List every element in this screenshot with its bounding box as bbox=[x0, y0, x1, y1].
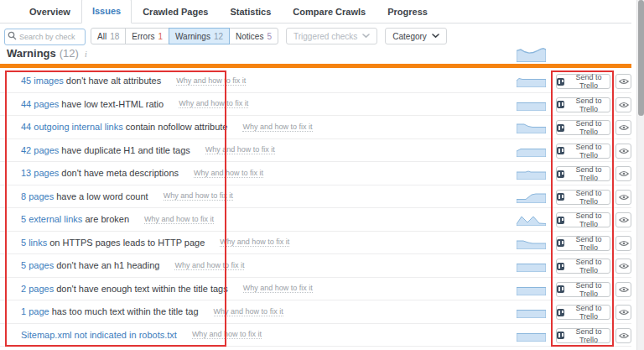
why-how-fix-link[interactable]: Why and how to fix it bbox=[144, 215, 214, 224]
issue-text: 44 pages have low text-HTML ratio Why an… bbox=[21, 93, 248, 116]
hide-issue-button[interactable] bbox=[615, 144, 631, 159]
eye-icon bbox=[619, 170, 629, 177]
tab-progress[interactable]: Progress bbox=[377, 0, 439, 24]
issue-row: 1 page has too much text within the titl… bbox=[0, 300, 631, 324]
hide-issue-button[interactable] bbox=[615, 212, 631, 227]
hide-issue-button[interactable] bbox=[615, 328, 631, 343]
eye-icon bbox=[619, 240, 629, 247]
filter-count: 18 bbox=[110, 32, 119, 41]
issue-row: 8 pages have a low word count Why and ho… bbox=[0, 185, 631, 209]
send-to-trello-button[interactable]: Send to Trello bbox=[556, 212, 610, 227]
issue-row: 44 outgoing internal links contain nofol… bbox=[0, 116, 631, 139]
hide-issue-button[interactable] bbox=[615, 305, 631, 320]
trello-icon bbox=[557, 124, 564, 132]
issue-row: Sitemap.xml not indicated in robots.txt … bbox=[0, 324, 631, 347]
issue-link[interactable]: 13 pages bbox=[21, 168, 59, 178]
issue-link[interactable]: 5 links bbox=[21, 238, 47, 248]
hide-issue-button[interactable] bbox=[615, 236, 631, 251]
why-how-fix-link[interactable]: Why and how to fix it bbox=[205, 145, 275, 154]
dropdown-triggered-checks[interactable]: Triggered checks bbox=[286, 28, 377, 44]
why-how-fix-link[interactable]: Why and how to fix it bbox=[220, 238, 289, 247]
why-how-fix-link[interactable]: Why and how to fix it bbox=[176, 76, 246, 86]
trend-sparkline bbox=[517, 214, 546, 226]
issue-link[interactable]: 42 pages bbox=[21, 145, 59, 155]
scrollbar-track[interactable] bbox=[636, 0, 644, 350]
send-to-trello-button[interactable]: Send to Trello bbox=[556, 190, 610, 205]
issue-link[interactable]: 2 pages bbox=[21, 284, 54, 294]
trend-sparkline bbox=[517, 191, 546, 203]
send-to-trello-button[interactable]: Send to Trello bbox=[556, 259, 610, 274]
send-to-trello-label: Send to Trello bbox=[568, 97, 610, 113]
send-to-trello-button[interactable]: Send to Trello bbox=[556, 282, 610, 297]
tab-crawled-pages[interactable]: Crawled Pages bbox=[132, 0, 219, 24]
issue-link[interactable]: 8 pages bbox=[21, 191, 54, 201]
trello-icon bbox=[557, 239, 564, 247]
issue-row: 45 images don't have alt attributes Why … bbox=[0, 70, 631, 93]
hide-issue-button[interactable] bbox=[615, 259, 631, 274]
why-how-fix-link[interactable]: Why and how to fix it bbox=[243, 284, 313, 293]
why-how-fix-link[interactable]: Why and how to fix it bbox=[179, 99, 248, 108]
filter-segments: All 18 Errors 1 Warnings 12 Notices 5 bbox=[91, 28, 278, 44]
send-to-trello-button[interactable]: Send to Trello bbox=[556, 166, 610, 181]
issue-row: 5 links on HTTPS pages leads to HTTP pag… bbox=[0, 232, 631, 255]
issue-text: 1 page has too much text within the titl… bbox=[21, 300, 283, 323]
why-how-fix-link[interactable]: Why and how to fix it bbox=[174, 261, 244, 270]
issue-link[interactable]: 5 external links bbox=[21, 214, 82, 224]
send-to-trello-button[interactable]: Send to Trello bbox=[556, 236, 610, 251]
issue-link[interactable]: 45 images bbox=[21, 76, 64, 86]
send-to-trello-button[interactable]: Send to Trello bbox=[556, 120, 610, 135]
issue-text: 2 pages don't have enough text within th… bbox=[21, 278, 313, 300]
page-title: Warnings bbox=[7, 47, 56, 60]
send-to-trello-label: Send to Trello bbox=[568, 143, 610, 159]
why-how-fix-link[interactable]: Why and how to fix it bbox=[192, 330, 262, 339]
dropdown-category[interactable]: Category bbox=[385, 28, 447, 44]
tab-bar: Overview Issues Crawled Pages Statistics… bbox=[0, 0, 631, 24]
issue-link[interactable]: 44 pages bbox=[21, 99, 59, 109]
trello-icon bbox=[557, 170, 564, 178]
issue-text: 8 pages have a low word count Why and ho… bbox=[21, 185, 233, 208]
warnings-accent-divider bbox=[0, 64, 631, 68]
issue-link[interactable]: 5 pages bbox=[21, 260, 54, 270]
tab-compare-crawls[interactable]: Compare Crawls bbox=[282, 0, 377, 24]
hide-issue-button[interactable] bbox=[615, 97, 631, 112]
issue-link[interactable]: 1 page bbox=[21, 306, 49, 316]
hide-issue-button[interactable] bbox=[615, 190, 631, 205]
issue-row: 42 pages have duplicate H1 and title tag… bbox=[0, 139, 631, 163]
issue-row: 5 pages don't have an h1 heading Why and… bbox=[0, 254, 631, 278]
issue-text: 45 images don't have alt attributes Why … bbox=[21, 70, 246, 92]
scrollbar-thumb[interactable] bbox=[638, 0, 644, 116]
why-how-fix-link[interactable]: Why and how to fix it bbox=[164, 191, 233, 201]
send-to-trello-button[interactable]: Send to Trello bbox=[556, 305, 610, 320]
issue-row: 5 external links are broken Why and how … bbox=[0, 208, 631, 232]
send-to-trello-button[interactable]: Send to Trello bbox=[556, 74, 610, 89]
issue-text: 42 pages have duplicate H1 and title tag… bbox=[21, 139, 275, 162]
trend-sparkline bbox=[517, 284, 546, 295]
tab-statistics[interactable]: Statistics bbox=[219, 0, 282, 24]
info-icon[interactable]: i bbox=[85, 50, 87, 59]
send-to-trello-button[interactable]: Send to Trello bbox=[556, 97, 610, 112]
send-to-trello-button[interactable]: Send to Trello bbox=[556, 144, 610, 159]
tab-overview[interactable]: Overview bbox=[18, 0, 81, 24]
filter-row: All 18 Errors 1 Warnings 12 Notices 5 Tr… bbox=[4, 28, 454, 44]
issue-link[interactable]: 44 outgoing internal links bbox=[21, 122, 123, 132]
chevron-down-icon bbox=[362, 34, 370, 39]
filter-button-warnings[interactable]: Warnings 12 bbox=[169, 28, 230, 44]
filter-button-all[interactable]: All 18 bbox=[91, 28, 126, 44]
hide-issue-button[interactable] bbox=[615, 120, 631, 135]
issue-link[interactable]: Sitemap.xml not indicated in robots.txt bbox=[21, 330, 177, 340]
send-to-trello-button[interactable]: Send to Trello bbox=[556, 328, 610, 343]
hide-issue-button[interactable] bbox=[615, 166, 631, 181]
filter-button-notices[interactable]: Notices 5 bbox=[229, 28, 278, 44]
filter-button-errors[interactable]: Errors 1 bbox=[125, 28, 169, 44]
issue-description: on HTTPS pages leads to HTTP page bbox=[47, 238, 205, 248]
search-icon bbox=[8, 31, 17, 40]
eye-icon bbox=[619, 78, 629, 85]
why-how-fix-link[interactable]: Why and how to fix it bbox=[194, 169, 263, 178]
tab-issues[interactable]: Issues bbox=[81, 0, 132, 24]
issue-description: contain nofollow attribute bbox=[123, 122, 228, 132]
why-how-fix-link[interactable]: Why and how to fix it bbox=[214, 307, 283, 316]
hide-issue-button[interactable] bbox=[615, 282, 631, 297]
search-box bbox=[4, 28, 86, 44]
why-how-fix-link[interactable]: Why and how to fix it bbox=[242, 123, 312, 132]
hide-issue-button[interactable] bbox=[615, 74, 631, 89]
